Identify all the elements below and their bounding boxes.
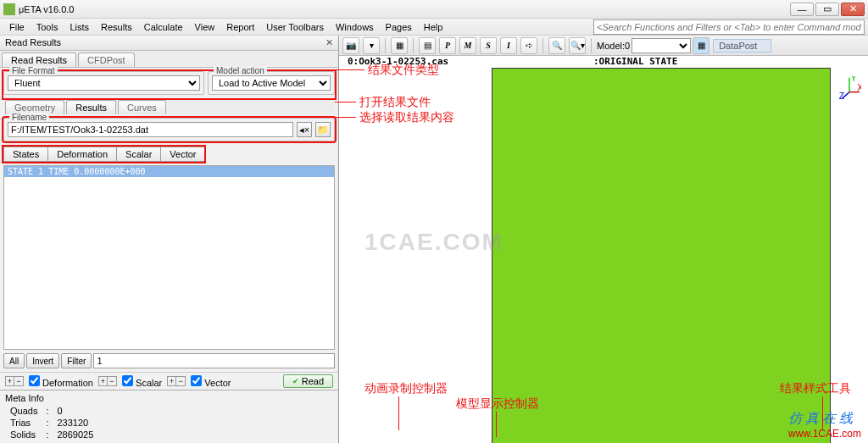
menu-tools[interactable]: Tools (31, 20, 64, 34)
model-action-label: Model action (214, 66, 267, 75)
camera-icon[interactable]: 📷 (342, 37, 359, 54)
panel-close-icon[interactable]: ✕ (326, 37, 333, 48)
filename-label: Filename (9, 113, 49, 122)
meta-info-label: Meta Info (5, 392, 333, 404)
tab-states[interactable]: States (3, 147, 48, 162)
check-scalar[interactable]: Scalar (122, 375, 162, 388)
menu-view[interactable]: View (189, 20, 221, 34)
menu-report[interactable]: Report (220, 20, 260, 34)
pm-vector[interactable]: +− (167, 376, 186, 386)
pm-deformation[interactable]: +− (5, 376, 24, 386)
menu-calculate[interactable]: Calculate (138, 20, 189, 34)
filename-input[interactable] (8, 122, 293, 137)
menu-bar: File Tools Lists Results Calculate View … (0, 19, 868, 36)
grid2-icon[interactable]: ▤ (419, 37, 436, 54)
arrow-icon[interactable]: ➪ (520, 37, 537, 54)
read-results-panel: Read Results ✕ Read Results CFDPost File… (0, 36, 339, 443)
search-input[interactable] (593, 19, 865, 35)
read-button[interactable]: Read (283, 374, 333, 388)
model-action-select[interactable]: Load to Active Model (212, 75, 331, 91)
menu-windows[interactable]: Windows (330, 20, 380, 34)
app-icon (3, 3, 15, 15)
check-row: +− Deformation +− Scalar +− Vector Read (0, 372, 338, 390)
clear-icon[interactable]: ◂× (297, 122, 312, 137)
annot-file-type: 结果文件类型 (368, 63, 439, 78)
browse-icon[interactable]: 📁 (315, 122, 331, 137)
dropdown-icon[interactable]: ▾ (363, 37, 380, 54)
list-item[interactable]: STATE 1 TIME 0.0000000E+000 (4, 166, 334, 177)
annot-anim-ctrl: 动画录制控制器 (364, 381, 448, 396)
meta-info: Meta Info Quads:0 Trias:233120 Solids:28… (0, 390, 338, 443)
s-icon[interactable]: S (480, 37, 497, 54)
menu-help[interactable]: Help (418, 20, 449, 34)
filter-filter-button[interactable]: Filter (61, 353, 92, 368)
i-icon[interactable]: I (500, 37, 517, 54)
annot-style-tool: 结果样式工具 (780, 381, 851, 396)
tab-results[interactable]: Results (66, 100, 116, 114)
zoom-icon[interactable]: 🔍 (548, 37, 565, 54)
annot-open-file: 打开结果文件 (359, 95, 431, 110)
annot-model-ctrl: 模型显示控制器 (456, 396, 539, 412)
app-title: μETA v16.0.0 (19, 4, 74, 14)
check-vector[interactable]: Vector (191, 375, 231, 388)
tab-read-results[interactable]: Read Results (2, 53, 76, 67)
filter-all-button[interactable]: All (3, 353, 25, 368)
menu-results[interactable]: Results (95, 20, 138, 34)
model-config-icon[interactable]: ▦ (693, 37, 709, 54)
filter-row: All Invert Filter (0, 350, 338, 372)
data-tabs: States Deformation Scalar Vector (3, 147, 204, 162)
tab-curves[interactable]: Curves (118, 100, 166, 114)
search-box[interactable] (593, 19, 865, 35)
grid-icon[interactable]: ▦ (391, 37, 408, 54)
minimize-button[interactable]: — (790, 3, 814, 16)
tab-deformation[interactable]: Deformation (47, 147, 117, 162)
panel-header: Read Results ✕ (0, 36, 338, 51)
tab-cfdpost[interactable]: CFDPost (78, 53, 135, 67)
pm-scalar[interactable]: +− (98, 376, 117, 386)
p-icon[interactable]: P (439, 37, 456, 54)
title-bar: μETA v16.0.0 — ▭ ✕ (0, 0, 868, 19)
menu-user-toolbars[interactable]: User Toolbars (260, 20, 330, 34)
table-row: Quads:0 (7, 406, 97, 416)
filter-input[interactable] (93, 353, 335, 368)
model-select[interactable] (632, 38, 691, 53)
filter-invert-button[interactable]: Invert (26, 353, 59, 368)
table-row: Trias:233120 (7, 418, 97, 428)
file-format-select[interactable]: Fluent (8, 75, 200, 91)
table-row: Solids:2869025 (7, 429, 97, 440)
file-format-label: File Format (9, 66, 58, 75)
menu-file[interactable]: File (3, 20, 31, 34)
menu-pages[interactable]: Pages (380, 20, 418, 34)
tab-scalar[interactable]: Scalar (116, 147, 161, 162)
model-label: Model:0 (597, 41, 630, 51)
panel-title: Read Results (5, 37, 61, 48)
m-icon[interactable]: M (459, 37, 476, 54)
svg-text:X: X (857, 83, 861, 92)
menu-lists[interactable]: Lists (64, 20, 95, 34)
zoom-dd-icon[interactable]: 🔍▾ (569, 37, 586, 54)
viewport-state-label: :ORIGINAL STATE (593, 56, 677, 67)
watermark-corner: 仿真在线 www.1CAE.com (788, 410, 861, 440)
svg-text:Z: Z (839, 91, 844, 100)
datapost-label[interactable]: DataPost (713, 39, 771, 53)
annot-select-content: 选择读取结果内容 (359, 110, 454, 125)
results-list[interactable]: STATE 1 TIME 0.0000000E+000 (3, 165, 335, 350)
maximize-button[interactable]: ▭ (815, 3, 839, 16)
panel-main-tabs: Read Results CFDPost (0, 51, 338, 68)
close-button[interactable]: ✕ (841, 3, 865, 16)
svg-text:Y: Y (851, 76, 857, 83)
viewport-toolbar: 📷 ▾ ▦ ▤ P M S I ➪ 🔍 🔍▾ Model:0 ▦ DataPos… (339, 36, 868, 56)
check-deformation[interactable]: Deformation (29, 375, 93, 388)
axes-icon: Y X Z (837, 76, 861, 100)
tab-vector[interactable]: Vector (160, 147, 205, 162)
